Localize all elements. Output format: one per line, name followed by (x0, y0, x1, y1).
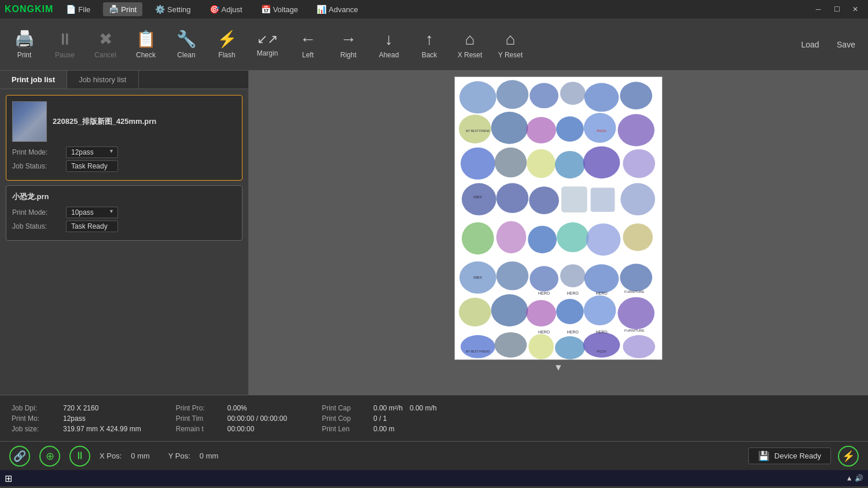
info-size-row: Job size: 319.97 mm X 424.99 mm (12, 425, 141, 433)
job-item-2[interactable]: 小恐龙.prn Print Mode: 10pass Job Status: T… (6, 185, 242, 241)
link-status-icon[interactable]: 🔗 (9, 446, 30, 467)
tab-job-history[interactable]: Job history list (67, 71, 138, 89)
save-button[interactable]: Save (829, 27, 863, 62)
nav-voltage[interactable]: 📅 Voltage (255, 2, 304, 16)
nav-voltage-label: Voltage (273, 5, 298, 14)
print-mode-value-1[interactable]: 12pass (66, 146, 118, 158)
svg-text:PIZZA: PIZZA (597, 350, 606, 353)
print-mode-value-2[interactable]: 10pass (66, 207, 118, 218)
save-label: Save (837, 40, 855, 49)
ahead-button[interactable]: ↓ Ahead (369, 22, 409, 67)
pause-icon: ⏸ (57, 30, 73, 49)
yreset-button[interactable]: ⌂ Y Reset (491, 22, 530, 67)
nav-advance[interactable]: 📊 Advance (311, 2, 364, 16)
svg-point-48 (623, 335, 655, 358)
job-field-mode-2: Print Mode: 10pass (12, 207, 236, 218)
svg-text:MY BEST FRIEND: MY BEST FRIEND (466, 130, 490, 133)
ypos-value: 0 mm (200, 452, 219, 460)
info-len-row: Print Len 0.00 m (322, 425, 436, 433)
copy-label: Print Cop (322, 414, 371, 423)
svg-point-38 (491, 294, 528, 326)
file-icon: 📄 (66, 5, 76, 14)
toolbar: 🖨️ Print ⏸ Pause ✖ Cancel 📋 Check 🔧 Clea… (0, 19, 868, 71)
nav-setting-label: Setting (167, 5, 190, 14)
svg-point-28 (557, 222, 589, 252)
job-status-label-2: Job Status: (12, 222, 61, 230)
cap-value: 0.00 m²/h (373, 404, 403, 412)
svg-text:HERO: HERO (538, 291, 550, 295)
svg-point-12 (617, 114, 654, 146)
dpi-label: Job Dpi: (12, 404, 61, 412)
setting-icon: ⚙️ (155, 5, 165, 14)
back-button[interactable]: ↑ Back (410, 22, 449, 67)
pause-button[interactable]: ⏸ Pause (45, 22, 84, 67)
tool-status-icon[interactable]: ⊕ (39, 446, 60, 467)
main-area: Print job list Job history list 220825_排… (0, 71, 868, 395)
tab-print-job-label: Print job list (12, 75, 55, 84)
svg-point-44 (495, 332, 527, 358)
svg-text:颠覆侠: 颠覆侠 (473, 195, 482, 199)
xreset-button[interactable]: ⌂ X Reset (450, 22, 490, 67)
titlebar-right: ─ ☐ ✕ (810, 3, 863, 16)
print-button[interactable]: 🖨️ Print (5, 22, 44, 67)
print-toolbar-label: Print (17, 51, 32, 59)
clean-button[interactable]: 🔧 Clean (167, 22, 206, 67)
cap-label: Print Cap (322, 404, 371, 412)
check-label: Check (136, 51, 156, 59)
progress-value: 0.00% (227, 404, 247, 412)
info-copy-row: Print Cop 0 / 1 (322, 414, 436, 423)
svg-point-18 (623, 149, 655, 178)
xpos-label: X Pos: (100, 452, 122, 460)
nav-advance-label: Advance (329, 5, 358, 14)
print-mode-label-2: Print Mode: (12, 208, 61, 217)
margin-button[interactable]: ↙↗ Margin (248, 22, 287, 67)
left-icon: ← (300, 30, 316, 49)
svg-point-29 (586, 223, 621, 256)
job-field-status-1: Job Status: Task Ready (12, 160, 236, 172)
nav-adjust[interactable]: 🎯 Adjust (204, 2, 248, 16)
left-button[interactable]: ← Left (288, 22, 328, 67)
check-button[interactable]: 📋 Check (126, 22, 165, 67)
maximize-button[interactable]: ☐ (829, 3, 845, 16)
close-button[interactable]: ✕ (847, 3, 863, 16)
cancel-button[interactable]: ✖ Cancel (86, 22, 125, 67)
power-status-icon[interactable]: ⏸ (69, 446, 90, 467)
info-col-1: Job Dpi: 720 X 2160 Print Mo: 12pass Job… (12, 404, 141, 433)
job-field-status-2: Job Status: Task Ready (12, 221, 236, 232)
cancel-icon: ✖ (99, 30, 112, 49)
tab-print-job[interactable]: Print job list (0, 71, 67, 89)
load-button[interactable]: Load (793, 27, 827, 62)
power-button[interactable]: ⚡ (838, 446, 859, 467)
nav-print[interactable]: 🖨️ Print (103, 2, 142, 16)
svg-text:HERO: HERO (596, 330, 608, 334)
svg-point-2 (496, 80, 529, 109)
preview-expand-arrow[interactable]: ▼ (554, 362, 563, 373)
win-start-button[interactable]: ⊞ (5, 473, 12, 484)
svg-point-3 (529, 83, 558, 108)
job-header-2: 小恐龙.prn (12, 192, 236, 202)
preview-container: Healthcare HERO HERO HERO FURNITURE HERO… (454, 76, 663, 360)
nav-setting[interactable]: ⚙️ Setting (149, 2, 196, 16)
minimize-button[interactable]: ─ (810, 3, 826, 16)
ahead-icon: ↓ (385, 30, 393, 49)
svg-point-5 (584, 83, 619, 112)
right-button[interactable]: → Right (329, 22, 368, 67)
svg-text:颠覆侠: 颠覆侠 (473, 276, 482, 279)
svg-point-37 (459, 298, 491, 326)
job-item-1[interactable]: 220825_排版新图_425mm.prn Print Mode: 12pass… (6, 95, 242, 181)
left-label: Left (302, 51, 314, 59)
job-status-value-2: Task Ready (66, 221, 118, 232)
svg-text:HERO: HERO (596, 291, 608, 295)
svg-point-42 (617, 297, 654, 329)
nav-file[interactable]: 📄 File (60, 2, 96, 16)
job-name-2: 小恐龙.prn (12, 192, 49, 202)
svg-text:FURNITURE: FURNITURE (624, 290, 644, 293)
svg-text:HERO: HERO (567, 330, 579, 334)
clean-icon: 🔧 (176, 30, 197, 49)
svg-point-21 (529, 186, 559, 214)
flash-button[interactable]: ⚡ Flash (207, 22, 247, 67)
xpos-value: 0 mm (131, 452, 150, 460)
info-bar: Job Dpi: 720 X 2160 Print Mo: 12pass Job… (0, 395, 868, 441)
info-cap-row: Print Cap 0.00 m²/h 0.00 m/h (322, 404, 436, 412)
svg-point-25 (462, 222, 494, 255)
